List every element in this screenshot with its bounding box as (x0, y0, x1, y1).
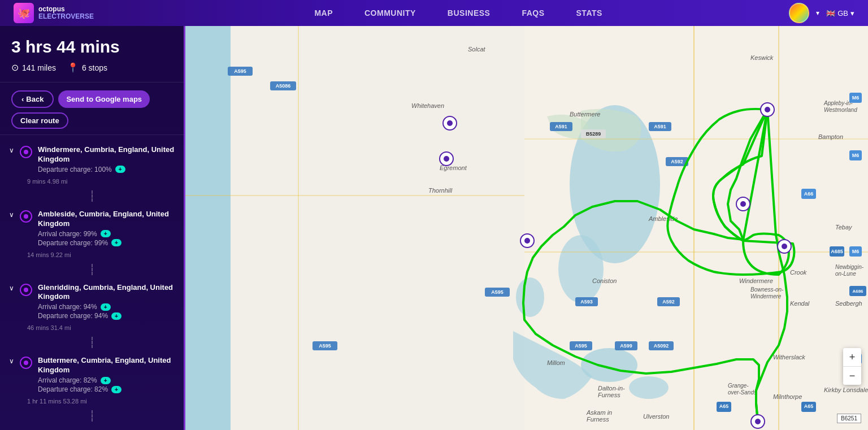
svg-text:A591: A591 (654, 124, 666, 129)
svg-point-88 (782, 244, 787, 249)
list-item: ∨ Ambleside, Cumbria, England, United Ki… (0, 205, 184, 249)
map-controls: + − (843, 348, 861, 385)
charge-badge-1a: + (101, 230, 111, 237)
svg-text:Keswick: Keswick (750, 54, 774, 61)
list-item: ∨ Buttermere, Cumbria, England, United K… (0, 351, 184, 396)
route-summary: 3 hrs 44 mins ⊙ 141 miles 📍 6 stops (0, 26, 184, 82)
svg-text:A595: A595 (234, 68, 246, 74)
svg-text:A65: A65 (804, 403, 814, 409)
svg-point-96 (447, 120, 453, 126)
stop-name-2: Glenridding, Cumbria, England, United Ki… (38, 283, 175, 302)
map-background: A595 A5086 A595 A595 A595 A599 A5092 A59… (185, 26, 868, 430)
route-miles: ⊙ 141 miles (11, 62, 56, 73)
svg-text:A685: A685 (831, 249, 843, 254)
navbar-links: MAP COMMUNITY BUSINESS FAQS STATS (128, 6, 789, 20)
svg-text:Dalton-in-: Dalton-in- (598, 385, 625, 392)
svg-text:A686: A686 (852, 289, 863, 294)
svg-text:Kendal: Kendal (790, 300, 810, 307)
lang-label: GB (837, 9, 848, 18)
svg-text:Grange-: Grange- (728, 383, 749, 389)
stop-arrival-3: Arrival charge: 82% + (38, 376, 175, 384)
svg-text:Coniston: Coniston (592, 277, 617, 284)
svg-point-94 (524, 238, 530, 244)
list-item: ∨ Glenridding, Cumbria, England, United … (0, 279, 184, 323)
svg-text:Appleby-in-: Appleby-in- (823, 100, 853, 106)
svg-point-5 (629, 376, 669, 399)
nav-map[interactable]: MAP (310, 6, 337, 20)
stop-toggle-0[interactable]: ∨ (9, 146, 14, 154)
lang-chevron-icon: ▾ (850, 9, 854, 18)
nav-faqs[interactable]: FAQS (517, 6, 549, 20)
svg-point-92 (765, 107, 770, 112)
clear-route-button[interactable]: Clear route (11, 112, 68, 129)
svg-text:Bampton: Bampton (818, 133, 843, 140)
svg-text:Milnthorpe: Milnthorpe (773, 393, 802, 400)
user-avatar[interactable] (789, 3, 809, 23)
zoom-out-button[interactable]: − (843, 367, 861, 385)
svg-text:Furness: Furness (587, 416, 609, 423)
svg-point-3 (516, 277, 544, 317)
charge-badge-3b: + (111, 386, 121, 393)
charge-badge-2b: + (111, 312, 121, 320)
logo[interactable]: 🐙 octopus ELECTROVERSE (14, 3, 94, 23)
stop-info-3: Buttermere, Cumbria, England, United Kin… (38, 356, 175, 393)
svg-text:M6: M6 (852, 95, 860, 101)
route-stops: 📍 6 stops (67, 62, 107, 73)
stop-toggle-3[interactable]: ∨ (9, 357, 14, 365)
stop-name-0: Windermere, Cumbria, England, United Kin… (38, 145, 175, 164)
svg-text:Bowness-on-: Bowness-on- (750, 286, 784, 293)
stop-departure-2: Departure charge: 94% + (38, 312, 175, 320)
language-selector[interactable]: 🇬🇧 GB ▾ (826, 9, 854, 18)
location-icon: 📍 (67, 62, 79, 73)
charge-badge-1b: + (111, 239, 121, 246)
zoom-in-button[interactable]: + (843, 348, 861, 366)
svg-text:B5289: B5289 (586, 131, 601, 137)
stop-name-3: Buttermere, Cumbria, England, United Kin… (38, 356, 175, 375)
map-container[interactable]: A595 A5086 A595 A595 A595 A599 A5092 A59… (185, 26, 868, 430)
user-dropdown-button[interactable]: ▾ (816, 9, 819, 17)
logo-text: octopus ELECTROVERSE (38, 6, 94, 20)
svg-point-98 (444, 156, 449, 162)
back-button[interactable]: ‹ Back (11, 90, 54, 108)
stop-name-1: Ambleside, Cumbria, England, United King… (38, 210, 175, 229)
svg-text:Windermere: Windermere (750, 293, 782, 299)
stop-pin-0 (20, 146, 32, 158)
svg-text:A592: A592 (671, 159, 683, 164)
svg-text:Sedbergh: Sedbergh (835, 300, 862, 307)
stop-toggle-2[interactable]: ∨ (9, 284, 14, 292)
segment-2: 46 mins 31.4 mi (0, 322, 184, 333)
nav-stats[interactable]: STATS (572, 6, 607, 20)
stop-departure-0: Departure charge: 100% + (38, 166, 175, 173)
nav-community[interactable]: COMMUNITY (360, 6, 420, 20)
flag-icon: 🇬🇧 (826, 9, 835, 18)
action-row-1: ‹ Back Send to Google maps (11, 90, 172, 108)
miles-icon: ⊙ (11, 62, 19, 73)
back-chevron-icon: ‹ (21, 95, 24, 103)
svg-text:Askam in: Askam in (586, 409, 612, 416)
route-actions: ‹ Back Send to Google maps Clear route (0, 82, 184, 135)
stop-departure-1: Departure charge: 99% + (38, 239, 175, 247)
svg-text:Thornhill: Thornhill (428, 187, 453, 194)
stop-arrival-2: Arrival charge: 94% + (38, 303, 175, 311)
svg-text:Whitehaven: Whitehaven (411, 102, 444, 109)
stop-toggle-1[interactable]: ∨ (9, 211, 14, 219)
svg-point-100 (755, 419, 761, 424)
charge-badge-2a: + (101, 303, 111, 311)
svg-text:A599: A599 (620, 343, 632, 349)
stop-pin-1 (20, 210, 32, 223)
svg-text:A591: A591 (555, 124, 567, 129)
nav-business[interactable]: BUSINESS (443, 6, 495, 20)
svg-text:A595: A595 (491, 289, 504, 295)
svg-text:Westmorland: Westmorland (824, 107, 857, 113)
main-content: 3 hrs 44 mins ⊙ 141 miles 📍 6 stops ‹ Ba… (0, 26, 868, 430)
svg-text:M6: M6 (852, 249, 860, 254)
svg-text:A595: A595 (319, 343, 331, 349)
send-to-google-maps-button[interactable]: Send to Google maps (58, 90, 150, 108)
svg-text:M6: M6 (852, 153, 860, 158)
svg-text:on-Lune: on-Lune (835, 271, 856, 277)
stop-info-2: Glenridding, Cumbria, England, United Ki… (38, 283, 175, 320)
segment-1: 14 mins 9.22 mi (0, 249, 184, 260)
svg-text:A592: A592 (662, 299, 675, 305)
svg-point-2 (558, 235, 604, 303)
route-stats: ⊙ 141 miles 📍 6 stops (11, 62, 172, 73)
